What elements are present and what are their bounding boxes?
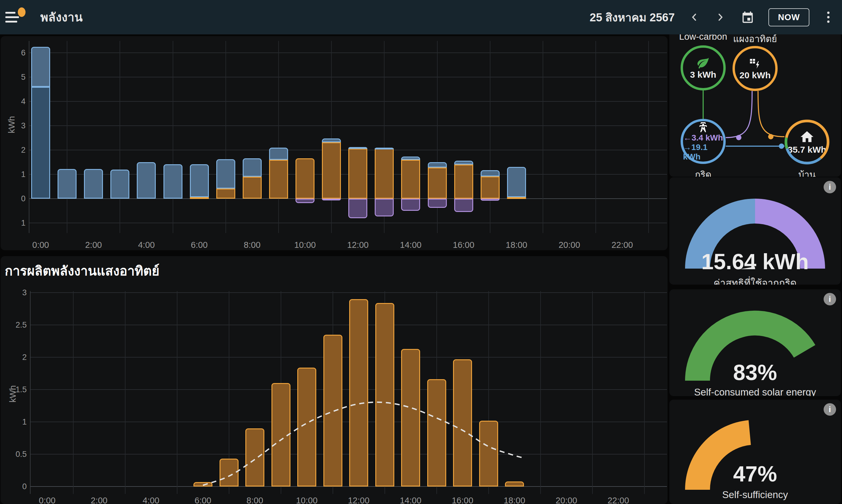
usage-bar-segment-grid-consumption[interactable] xyxy=(190,164,209,197)
usage-bar-segment-solar-self-consumed[interactable] xyxy=(401,160,420,199)
usage-bar-segment-solar-production[interactable] xyxy=(479,421,498,486)
previous-day-button[interactable] xyxy=(688,11,701,24)
usage-bar-segment-grid-consumption[interactable] xyxy=(269,148,288,160)
sidebar-menu-icon[interactable] xyxy=(5,7,26,28)
hamburger-line xyxy=(5,21,17,22)
return-bar-segment-return-to-grid[interactable] xyxy=(481,199,499,201)
y-axis-tick-label: 1 xyxy=(5,218,25,228)
kebab-dot xyxy=(827,20,829,23)
x-axis-tick-label: 22:00 xyxy=(608,496,629,504)
gridline xyxy=(30,389,667,390)
usage-bar-segment-grid-consumption[interactable] xyxy=(507,167,526,197)
home-ring xyxy=(785,120,829,164)
return-bar-segment-return-to-grid[interactable] xyxy=(322,199,341,200)
overflow-menu-button[interactable] xyxy=(822,12,834,23)
usage-bar-segment-solar-production[interactable] xyxy=(193,482,212,486)
usage-bar-segment-grid-consumption[interactable] xyxy=(243,158,262,177)
y-axis-line xyxy=(29,41,29,233)
usage-bar-segment-solar-self-consumed[interactable] xyxy=(296,158,315,199)
x-axis-tick-label: 12:00 xyxy=(347,240,369,250)
usage-bar-segment-grid-consumption[interactable] xyxy=(84,169,103,199)
usage-bar-segment-grid-consumption[interactable] xyxy=(401,157,420,160)
now-button[interactable]: NOW xyxy=(768,8,809,26)
usage-bar-segment-grid-consumption[interactable] xyxy=(348,147,367,149)
solar-node[interactable]: 20 kWh xyxy=(733,46,778,91)
net-grid-gauge-value: 15.64 kWh xyxy=(669,249,841,274)
usage-bar-segment-solar-production[interactable] xyxy=(271,383,291,486)
return-bar-segment-return-to-grid[interactable] xyxy=(454,199,473,212)
usage-bar-segment-solar-production[interactable] xyxy=(323,335,343,486)
x-axis-tick-label: 22:00 xyxy=(612,240,633,250)
solar-panel-icon xyxy=(748,57,762,70)
x-axis-tick-label: 12:00 xyxy=(348,496,370,504)
return-bar-segment-return-to-grid[interactable] xyxy=(296,199,315,203)
usage-bar-segment-solar-self-consumed[interactable] xyxy=(190,197,209,199)
usage-bar-segment-grid-consumption[interactable] xyxy=(428,162,447,167)
x-axis-tick-label: 0:00 xyxy=(32,240,49,250)
usage-bar-segment-solar-production[interactable] xyxy=(427,379,446,486)
usage-bar-segment-solar-self-consumed[interactable] xyxy=(428,167,447,199)
energy-usage-chart-card: 654321010:002:004:006:008:0010:0012:0014… xyxy=(1,36,668,250)
usage-bar-segment-grid-consumption[interactable] xyxy=(216,159,235,188)
usage-bar-segment-grid-consumption[interactable] xyxy=(454,161,473,164)
usage-bar-segment-solar-self-consumed[interactable] xyxy=(454,164,473,199)
usage-bar-segment-solar-self-consumed[interactable] xyxy=(269,160,288,199)
usage-bar-segment-solar-production[interactable] xyxy=(401,349,420,486)
usage-bar-segment-solar-production[interactable] xyxy=(245,428,264,486)
usage-bar-segment-solar-self-consumed[interactable] xyxy=(243,177,262,199)
usage-bar-segment-solar-self-consumed[interactable] xyxy=(216,188,235,199)
usage-bar-segment-solar-self-consumed[interactable] xyxy=(507,197,526,199)
y-axis-tick-label: 6 xyxy=(5,48,25,57)
usage-bar-segment-grid-consumption-alt[interactable] xyxy=(31,87,50,199)
usage-bar-segment-solar-production[interactable] xyxy=(453,359,472,486)
next-day-button[interactable] xyxy=(714,11,727,24)
x-axis-tick-label: 16:00 xyxy=(452,496,474,504)
chevron-right-icon xyxy=(715,11,726,23)
return-bar-segment-return-to-grid[interactable] xyxy=(348,199,367,218)
self-consumed-gauge-value: 83% xyxy=(669,360,841,385)
usage-bar-segment-grid-consumption[interactable] xyxy=(481,170,499,176)
date-label: 25 สิงหาคม 2567 xyxy=(590,8,675,26)
usage-bar-segment-solar-self-consumed[interactable] xyxy=(375,148,394,199)
return-bar-segment-return-to-grid[interactable] xyxy=(375,199,394,216)
usage-bar-segment-grid-consumption[interactable] xyxy=(322,139,341,142)
usage-bar-segment-solar-self-consumed[interactable] xyxy=(481,176,499,199)
x-axis-tick-label: 2:00 xyxy=(91,496,107,504)
usage-bar-segment-grid-consumption[interactable] xyxy=(163,164,182,199)
self-sufficiency-gauge-label: Self-sufficiency xyxy=(669,489,841,501)
usage-bar-segment-grid-consumption[interactable] xyxy=(110,169,129,199)
usage-bar-segment-solar-self-consumed[interactable] xyxy=(348,148,367,199)
x-axis-tick-label: 18:00 xyxy=(504,496,525,504)
usage-bar-segment-grid-consumption[interactable] xyxy=(57,169,76,199)
net-grid-gauge-label: ค่าสุทธิที่ใช้จากกริด xyxy=(669,275,841,285)
gridline xyxy=(73,291,74,494)
y-axis-tick-label: 1 xyxy=(5,170,25,179)
usage-bar-segment-solar-production[interactable] xyxy=(375,303,394,486)
hamburger-line xyxy=(5,16,19,18)
gridline xyxy=(30,357,667,358)
usage-bar-segment-grid-consumption[interactable] xyxy=(31,47,50,87)
usage-bar-segment-solar-production[interactable] xyxy=(349,299,368,486)
y-axis-tick-label: 1 xyxy=(6,417,27,427)
usage-bar-segment-solar-self-consumed[interactable] xyxy=(322,142,341,199)
calendar-button[interactable] xyxy=(740,10,755,25)
x-axis-tick-label: 14:00 xyxy=(400,496,422,504)
info-icon[interactable]: i xyxy=(824,293,836,305)
home-node[interactable]: 35.7 kWh xyxy=(785,120,829,164)
kebab-dot xyxy=(827,16,829,18)
grid-node[interactable]: ←3.4 kWh →19.1 kWh xyxy=(681,119,726,164)
usage-bar-segment-grid-consumption[interactable] xyxy=(137,162,156,199)
usage-bar-segment-solar-production[interactable] xyxy=(297,367,316,486)
usage-bar-segment-grid-consumption[interactable] xyxy=(375,148,394,149)
usage-bar-segment-solar-production[interactable] xyxy=(220,458,239,486)
x-axis-tick-label: 8:00 xyxy=(244,240,261,250)
x-axis-tick-label: 2:00 xyxy=(85,240,102,250)
app-bar-actions: 25 สิงหาคม 2567 NOW xyxy=(590,0,834,34)
x-axis-tick-label: 8:00 xyxy=(247,496,263,504)
return-bar-segment-return-to-grid[interactable] xyxy=(401,199,420,211)
low-carbon-node[interactable]: 3 kWh xyxy=(681,46,726,90)
info-icon[interactable]: i xyxy=(824,403,836,416)
usage-bar-segment-solar-production[interactable] xyxy=(505,482,524,486)
return-bar-segment-return-to-grid[interactable] xyxy=(428,199,447,208)
info-icon[interactable]: i xyxy=(824,181,836,193)
